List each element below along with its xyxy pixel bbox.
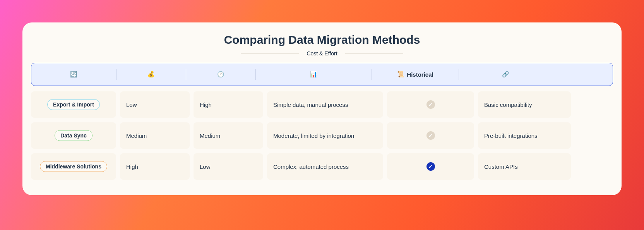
integration-cell: Custom APIs [478,153,571,180]
cost-cell: High [120,153,190,180]
integration-cell: Basic compatibility [478,91,571,118]
historical-cell: ✓ [387,122,474,149]
header-historical: 📜 Historical [372,69,459,80]
header-complexity: 📊 [256,69,372,80]
method-pill: Data Sync [55,130,92,141]
check-icon: ✓ [426,100,435,109]
divider-left [241,53,299,54]
effort-cell: Low [194,153,263,180]
header-historical-label: Historical [407,71,433,78]
method-cell: Export & Import [31,91,116,118]
effort-cell: Medium [194,122,263,149]
table-header: 🔄 💰 🕐 📊 📜 Historical 🔗 [31,63,613,86]
header-integration: 🔗 [459,69,552,80]
method-pill: Middleware Solutions [40,161,107,172]
scroll-icon: 📜 [397,71,404,78]
subhead-row: Cost & Effort [30,50,614,57]
link-icon: 🔗 [502,71,509,78]
historical-cell: ✓ [387,153,474,180]
check-icon: ✓ [426,131,435,140]
subhead-label: Cost & Effort [307,50,337,57]
complexity-cell: Simple data, manual process [267,91,383,118]
header-cost: 💰 [116,69,186,80]
chart-icon: 📊 [310,71,317,78]
cost-cell: Low [120,91,190,118]
check-icon: ✓ [426,162,435,171]
divider-right [345,53,403,54]
table-row: Middleware SolutionsHighLowComplex, auto… [31,153,613,180]
method-pill: Export & Import [47,99,100,110]
cost-cell: Medium [120,122,190,149]
sync-icon: 🔄 [70,71,77,78]
header-effort: 🕐 [186,69,256,80]
historical-cell: ✓ [387,91,474,118]
complexity-cell: Moderate, limited by integration [267,122,383,149]
clock-icon: 🕐 [217,71,224,78]
page-title: Comparing Data Migration Methods [30,33,614,46]
table-body: Export & ImportLowHighSimple data, manua… [30,91,614,180]
header-method: 🔄 [31,69,116,80]
method-cell: Data Sync [31,122,116,149]
method-cell: Middleware Solutions [31,153,116,180]
comparison-card: Comparing Data Migration Methods Cost & … [22,22,622,195]
effort-cell: High [194,91,263,118]
table-row: Data SyncMediumMediumModerate, limited b… [31,122,613,149]
complexity-cell: Complex, automated process [267,153,383,180]
integration-cell: Pre-built integrations [478,122,571,149]
table-row: Export & ImportLowHighSimple data, manua… [31,91,613,118]
money-icon: 💰 [147,71,155,78]
